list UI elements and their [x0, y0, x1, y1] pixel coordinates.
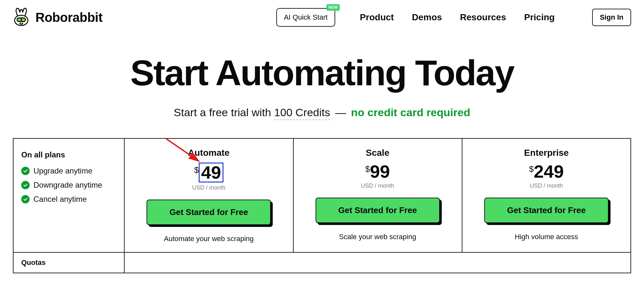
- plan-name: Enterprise: [469, 148, 624, 158]
- sign-in-button[interactable]: Sign In: [592, 9, 631, 26]
- benefit-item: Cancel anytime: [21, 195, 116, 204]
- quotas-label: Quotas: [13, 252, 124, 273]
- all-plans-cell: On all plans Upgrade anytime Downgrade a…: [13, 138, 124, 252]
- get-started-button[interactable]: Get Started for Free: [147, 200, 271, 225]
- nav-link-pricing[interactable]: Pricing: [524, 12, 555, 23]
- plan-description: High volume access: [469, 233, 624, 241]
- currency-symbol: $: [194, 166, 199, 174]
- hero-credits: 100 Credits: [274, 106, 330, 120]
- benefit-item: Upgrade anytime: [21, 166, 116, 175]
- brand-name: Roborabbit: [35, 10, 102, 25]
- nav-links: AI Quick Start NEW Product Demos Resourc…: [276, 8, 631, 27]
- plan-description: Automate your web scraping: [131, 235, 286, 243]
- pricing-section: On all plans Upgrade anytime Downgrade a…: [13, 138, 631, 273]
- svg-point-4: [22, 23, 23, 23]
- plan-price-unit: USD / month: [131, 184, 286, 191]
- rabbit-logo-icon: [12, 7, 31, 28]
- hero-dash: —: [330, 106, 351, 118]
- ai-quick-start-button[interactable]: AI Quick Start: [276, 8, 336, 27]
- new-badge: NEW: [327, 4, 340, 11]
- plan-price-line: $99: [300, 163, 455, 181]
- site-header: Roborabbit AI Quick Start NEW Product De…: [0, 0, 644, 35]
- check-icon: [21, 167, 30, 175]
- get-started-button[interactable]: Get Started for Free: [316, 198, 440, 223]
- benefit-label: Cancel anytime: [33, 195, 87, 204]
- plan-description: Scale your web scraping: [300, 233, 455, 241]
- check-icon: [21, 181, 30, 189]
- all-plans-title: On all plans: [21, 150, 116, 159]
- hero-subtitle: Start a free trial with 100 Credits — no…: [0, 106, 644, 120]
- nav-link-demos[interactable]: Demos: [412, 12, 442, 23]
- plan-name: Automate: [131, 148, 286, 158]
- plan-name: Scale: [300, 148, 455, 158]
- plan-price-line: $249: [469, 163, 624, 181]
- hero-no-cc: no credit card required: [351, 106, 470, 118]
- nav-link-product[interactable]: Product: [360, 12, 394, 23]
- benefit-label: Downgrade anytime: [33, 181, 102, 190]
- hero: Start Automating Today Start a free tria…: [0, 35, 644, 138]
- plan-price-unit: USD / month: [469, 182, 624, 189]
- get-started-button[interactable]: Get Started for Free: [484, 198, 609, 223]
- quotas-empty-cell: [124, 252, 631, 273]
- svg-point-3: [20, 23, 21, 23]
- plan-price: 49: [199, 163, 223, 182]
- page-title: Start Automating Today: [0, 54, 644, 92]
- nav-link-resources[interactable]: Resources: [460, 12, 506, 23]
- currency-symbol: $: [529, 165, 534, 173]
- quick-start-wrap: AI Quick Start NEW: [276, 8, 336, 27]
- plan-price-line: $49: [131, 163, 286, 182]
- plan-price: 99: [370, 163, 390, 181]
- brand-link[interactable]: Roborabbit: [12, 7, 102, 28]
- plan-automate: Automate $49 USD / month Get Started for…: [124, 138, 293, 252]
- check-icon: [21, 195, 30, 203]
- hero-sub-prefix: Start a free trial with: [174, 106, 274, 118]
- plan-scale: Scale $99 USD / month Get Started for Fr…: [293, 138, 462, 252]
- currency-symbol: $: [365, 165, 370, 173]
- benefit-label: Upgrade anytime: [33, 166, 92, 175]
- plan-enterprise: Enterprise $249 USD / month Get Started …: [462, 138, 631, 252]
- benefit-item: Downgrade anytime: [21, 181, 116, 190]
- plan-price-unit: USD / month: [300, 182, 455, 189]
- pricing-table: On all plans Upgrade anytime Downgrade a…: [13, 138, 631, 273]
- plan-price: 249: [534, 163, 564, 181]
- quotas-row: Quotas: [13, 252, 631, 273]
